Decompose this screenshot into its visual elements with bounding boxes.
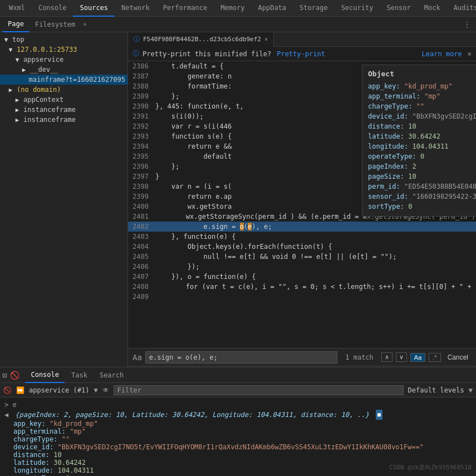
bottom-panel: ⊡ 🚫 Console Task Search 🚫 ⏩ appservice (… [0, 367, 476, 476]
console-eye-button[interactable]: 👁 [102, 386, 109, 394]
tree-item-localhost[interactable]: ▼ 127.0.0.1:25733 [0, 45, 127, 55]
code-line-2405: 2405 null !== e[t] && void 0 !== e[t] ||… [128, 252, 476, 262]
console-filter-input[interactable]: Filter [114, 385, 404, 395]
close-banner-button[interactable]: × [468, 50, 472, 58]
popup-row-appkey: app_key: "kd_prod_mp" [368, 81, 476, 91]
tree-item-appservice[interactable]: ▼ appservice [0, 55, 127, 65]
chevron-right-icon: ▶ [13, 116, 21, 124]
bottom-tab-task[interactable]: Task [66, 367, 93, 383]
info-icon: ⓘ [133, 49, 139, 58]
console-field-deviceid: device_id: "BbXFN3gvSED2cgI7NO5t/EvYWIIF… [4, 443, 472, 451]
tree-item-mainframe[interactable]: mainframe?t=166021627095 [0, 75, 127, 85]
code-line-2404: 2404 Object.keys(e).forEach(function(t) … [128, 242, 476, 252]
console-field-chargetype: chargeType: "" [4, 435, 472, 443]
popup-row-deviceid: device_id: "BbXFN3gvSED2cgI7NO5t/EvYWIIf [368, 111, 476, 121]
chevron-right-icon: ▶ [20, 66, 28, 73]
search-next-button[interactable]: ∨ [396, 352, 407, 362]
popup-row-latitude: latitude: 30.64242 [368, 131, 476, 141]
chevron-right-icon: ▶ [13, 96, 21, 104]
popup-row-distance: distance: 10 [368, 121, 476, 131]
popup-row-sensorid: sensor_id: "1660198295422-381687-037f7da [368, 192, 476, 202]
bottom-clear-icon[interactable]: 🚫 [10, 371, 19, 380]
console-context-chevron[interactable]: ▼ [94, 386, 97, 394]
nav-tab-console[interactable]: Console [32, 0, 73, 17]
nav-tab-wxml[interactable]: Wxml [2, 0, 32, 17]
nav-tab-memory[interactable]: Memory [214, 0, 251, 17]
search-toggle-icon[interactable]: Aa [133, 353, 142, 362]
popup-row-sorttype: sortType: 0 [368, 202, 476, 212]
search-query-text: e.sign = o(e), e; [149, 354, 218, 361]
sub-tab-filesystem[interactable]: Filesystem [30, 17, 81, 32]
main-content: ▼ top ▼ 127.0.0.1:25733 ▼ appservice ▶ _… [0, 32, 476, 367]
close-tab-button[interactable]: × [264, 36, 268, 42]
code-line-2407: 2407 }), o = function(e) { [128, 272, 476, 282]
bottom-panel-toggle-icon[interactable]: ⊡ [2, 371, 7, 380]
console-toolbar: 🚫 ⏩ appservice (#1) ▼ 👁 Filter Default l… [0, 383, 476, 398]
code-line-2408: 2408 for (var t = c(e), i = "", s = 0; s… [128, 282, 476, 292]
search-input-wrap[interactable]: e.sign = o(e), e; [145, 351, 337, 364]
nav-tab-sources[interactable]: Sources [73, 0, 115, 17]
search-case-button[interactable]: Aa [410, 353, 425, 362]
nav-tab-security[interactable]: Security [335, 0, 380, 17]
top-nav: Wxml Console Sources Network Performance… [0, 0, 476, 17]
tree-item-dev[interactable]: ▶ __dev__ [0, 65, 127, 75]
bottom-tabs: ⊡ 🚫 Console Task Search [0, 367, 476, 383]
search-regex-button[interactable]: .* [429, 353, 440, 362]
pretty-print-text: Pretty-print this minified file? [143, 50, 271, 58]
code-area: ⓘ F540F980FB4462B...d23cb5c6db9ef2 × ⓘ P… [128, 32, 476, 367]
file-tabs: ⓘ F540F980FB4462B...d23cb5c6db9ef2 × [128, 32, 476, 47]
popup-row-permid: perm_id: "ED54E503B8B54E04884DB121888FD5 [368, 181, 476, 192]
console-field-distance: distance: 10 [4, 451, 472, 459]
tree-item-instanceframe-2[interactable]: ▶ instanceframe [0, 115, 127, 125]
match-count: 1 match [341, 354, 378, 361]
code-line-2406: 2406 }); [128, 262, 476, 272]
file-tree: ▼ top ▼ 127.0.0.1:25733 ▼ appservice ▶ _… [0, 32, 128, 367]
bottom-tab-console[interactable]: Console [25, 367, 65, 383]
sub-nav-menu-icon[interactable]: ⋮ [460, 21, 474, 28]
console-summary-line[interactable]: ◀ {pageIndex: 2, pageSize: 10, Latitude:… [4, 410, 472, 420]
status-bar: {} Line 2408, Column 34 Coverage: n/a [128, 366, 476, 367]
nav-tab-performance[interactable]: Performance [156, 0, 214, 17]
pretty-print-button[interactable]: Pretty-print [277, 50, 325, 58]
nav-tab-mock[interactable]: Mock [418, 0, 447, 17]
nav-tab-audits[interactable]: Audits [447, 0, 476, 17]
nav-tab-appdata[interactable]: AppData [251, 0, 293, 17]
code-line-2403: 2403 }, function(e) { [128, 232, 476, 242]
sub-tab-page[interactable]: Page [2, 17, 30, 32]
learn-more-link[interactable]: Learn more [422, 50, 462, 58]
sub-nav-chevron-icon: » [83, 21, 86, 27]
sub-nav: Page Filesystem » ⋮ [0, 17, 476, 32]
chevron-down-icon: ▼ [2, 36, 10, 43]
console-field-appterminal: app_terminal: "mp" [4, 428, 472, 435]
tree-item-top[interactable]: ▼ top [0, 35, 127, 45]
chevron-down-icon: ▼ [13, 56, 21, 63]
file-tab-name: F540F980FB4462B...d23cb5c6db9ef2 [143, 36, 261, 43]
nav-tab-sensor[interactable]: Sensor [380, 0, 417, 17]
popup-row-longitude: longitude: 104.04311 [368, 141, 476, 151]
popup-row-appterminal: app_terminal: "mp" [368, 91, 476, 101]
code-line-2402: 2402 e.sign = o(e), e; [128, 222, 476, 232]
nav-tab-storage[interactable]: Storage [293, 0, 335, 17]
console-field-appkey: app_key: "kd_prod_mp" [4, 420, 472, 428]
tree-item-appcontext[interactable]: ▶ appContext [0, 95, 127, 105]
expand-arrow-icon[interactable]: ◀ [4, 410, 8, 420]
nav-tab-network[interactable]: Network [115, 0, 156, 17]
code-line-2409: 2409 [128, 292, 476, 302]
search-cancel-button[interactable]: Cancel [444, 354, 472, 361]
chevron-down-icon: ▼ [7, 46, 14, 53]
search-prev-button[interactable]: ∧ [381, 352, 392, 362]
bottom-tab-search[interactable]: Search [94, 367, 129, 383]
console-obj-summary: {pageIndex: 2, pageSize: 10, Latitude: 3… [15, 410, 369, 420]
popup-row-pagesize: pageSize: 10 [368, 171, 476, 181]
console-log-button[interactable]: ⏩ [16, 386, 24, 394]
tree-item-instanceframe-1[interactable]: ▶ instanceframe [0, 105, 127, 115]
popup-row-pageindex: pageIndex: 2 [368, 161, 476, 171]
popup-title: Object [368, 70, 476, 78]
file-tab-main[interactable]: ⓘ F540F980FB4462B...d23cb5c6db9ef2 × [128, 32, 274, 47]
default-levels-chevron[interactable]: ▼ [469, 386, 473, 394]
console-context-label: appservice (#1) [29, 386, 89, 394]
object-popup: Object app_key: "kd_prod_mp" app_termina… [362, 65, 476, 217]
console-clear-button[interactable]: 🚫 [3, 386, 12, 394]
tree-item-nodomain[interactable]: ▶ (no domain) [0, 85, 127, 95]
popup-row-operatetype: operateType: 0 [368, 151, 476, 161]
